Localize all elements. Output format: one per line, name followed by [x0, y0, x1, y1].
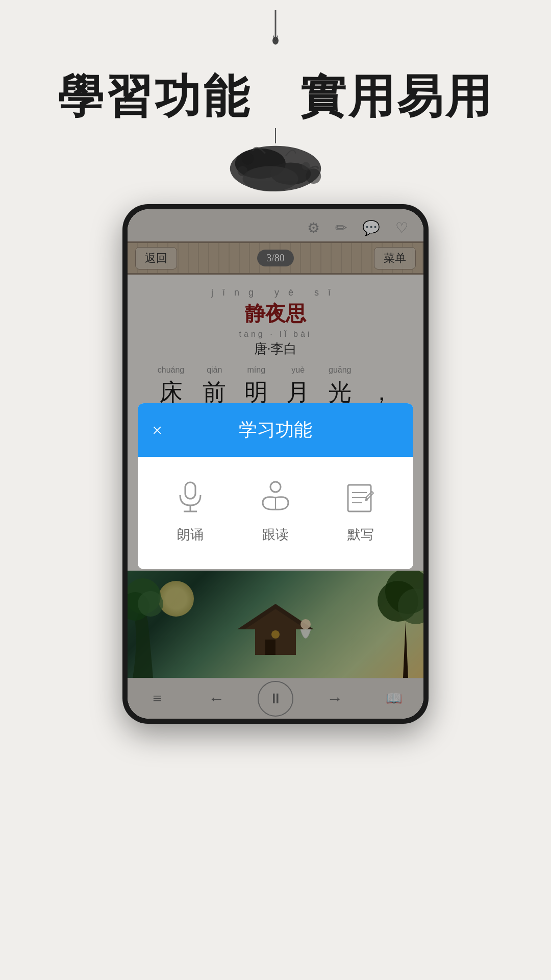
modal-close-button[interactable]: ×	[152, 420, 162, 441]
svg-point-10	[238, 166, 248, 177]
modal-title: 学习功能	[153, 418, 398, 443]
svg-point-7	[242, 153, 254, 165]
svg-point-9	[306, 169, 321, 184]
headline: 學習功能 實用易用	[58, 66, 494, 128]
svg-rect-23	[185, 482, 195, 499]
phone-screen: ⚙ ✏ 💬 ♡ 返回 3/80 菜单 jīng yè sī 静夜思 tāng ·…	[128, 209, 423, 719]
modal-header: × 学习功能	[138, 403, 413, 457]
svg-point-26	[270, 482, 281, 492]
feature-gengdu[interactable]: 跟读	[255, 477, 296, 544]
top-area: 學習功能 實用易用	[0, 0, 551, 204]
gengdu-label: 跟读	[262, 526, 289, 544]
moxie-label: 默写	[347, 526, 374, 544]
svg-point-6	[243, 166, 298, 192]
learning-modal: × 学习功能 朗诵	[138, 403, 413, 569]
phone-mockup: ⚙ ✏ 💬 ♡ 返回 3/80 菜单 jīng yè sī 静夜思 tāng ·…	[122, 204, 429, 724]
ink-splash	[204, 128, 347, 204]
feature-langsung[interactable]: 朗诵	[170, 477, 211, 544]
feature-moxie[interactable]: 默写	[340, 477, 381, 544]
ink-drop-hanging	[265, 10, 286, 51]
modal-body: 朗诵 跟读	[138, 457, 413, 569]
reading-icon	[255, 477, 296, 518]
writing-icon	[340, 477, 381, 518]
microphone-icon	[170, 477, 211, 518]
langsung-label: 朗诵	[177, 526, 204, 544]
